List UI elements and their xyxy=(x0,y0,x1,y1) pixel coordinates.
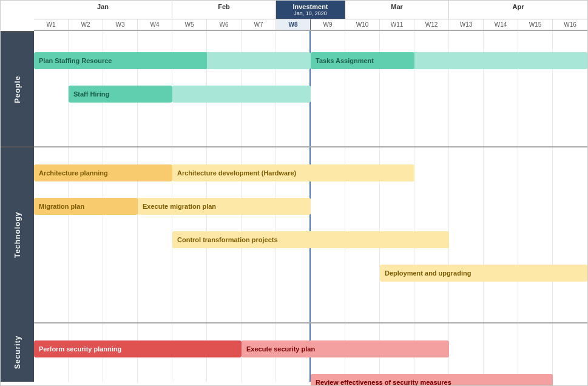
section-label-security: Security xyxy=(1,322,34,382)
week-w10: W10 xyxy=(345,19,380,30)
week-w11: W11 xyxy=(380,19,414,30)
gantt-chart: Jan Feb Investment Jan, 10, 2020 Mar Apr… xyxy=(0,0,588,386)
month-apr: Apr xyxy=(449,1,587,19)
month-mar: Mar xyxy=(345,1,449,19)
bar-perform-security-planning: Perform security planning xyxy=(34,340,242,357)
week-w16: W16 xyxy=(553,19,587,30)
bar-migration-plan: Migration plan xyxy=(34,198,138,215)
bar-staff-hiring: Staff Hiring xyxy=(69,86,172,103)
section-label-technology: Technology xyxy=(1,146,34,322)
bar-tasks-assignment: Tasks Assignment xyxy=(311,52,414,69)
week-w14: W14 xyxy=(484,19,518,30)
week-w13: W13 xyxy=(449,19,484,30)
week-w5: W5 xyxy=(172,19,207,30)
bar-control-transformation: Control transformation projects xyxy=(172,231,449,248)
bar-deployment: Deployment and upgrading xyxy=(380,265,587,282)
month-feb: Feb xyxy=(172,1,276,19)
week-w12: W12 xyxy=(414,19,449,30)
bar-architecture-planning: Architecture planning xyxy=(34,164,172,181)
week-w3: W3 xyxy=(103,19,138,30)
week-w8: W8 xyxy=(276,19,311,30)
bar-plan-staffing-resource: Plan Staffing Resource xyxy=(34,52,207,69)
bar-staff-hiring-ext xyxy=(172,86,311,103)
bar-review-effectiveness: Review effectiveness of security measure… xyxy=(311,374,553,386)
section-label-people: People xyxy=(1,31,34,146)
week-w1: W1 xyxy=(34,19,69,30)
month-investment: Investment Jan, 10, 2020 xyxy=(276,1,345,19)
week-w15: W15 xyxy=(518,19,553,30)
bar-execute-migration: Execute migration plan xyxy=(138,198,311,215)
week-w2: W2 xyxy=(69,19,103,30)
bar-execute-security-plan: Execute security plan xyxy=(242,340,449,357)
week-w4: W4 xyxy=(138,19,172,30)
bar-architecture-dev: Architecture development (Hardware) xyxy=(172,164,414,181)
week-w6: W6 xyxy=(207,19,242,30)
month-jan: Jan xyxy=(34,1,172,19)
week-w9: W9 xyxy=(311,19,345,30)
week-w7: W7 xyxy=(242,19,276,30)
